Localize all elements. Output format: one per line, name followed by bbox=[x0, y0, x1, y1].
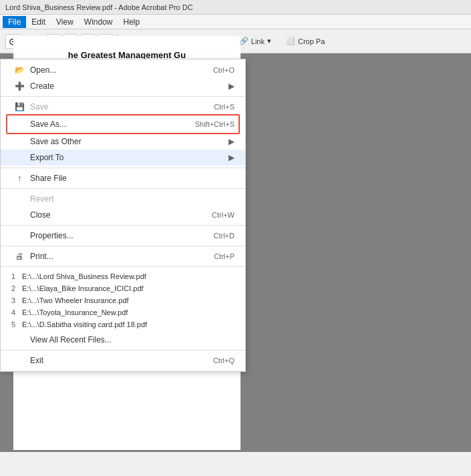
recent-file-4[interactable]: 4 E:\...\Toyota_Insurance_New.pdf bbox=[1, 306, 245, 318]
recent-files-list: 1 E:\...\Lord Shiva_Business Review.pdf … bbox=[1, 269, 245, 332]
recent-path-4: E:\...\Toyota_Insurance_New.pdf bbox=[22, 308, 128, 316]
menu-item-share[interactable]: ↑ Share File bbox=[1, 170, 245, 186]
close-shortcut: Ctrl+W bbox=[212, 211, 234, 219]
menu-window[interactable]: Window bbox=[79, 16, 118, 28]
recent-path-3: E:\...\Two Wheeler Insurance.pdf bbox=[22, 296, 129, 304]
recent-file-1[interactable]: 1 E:\...\Lord Shiva_Business Review.pdf bbox=[1, 270, 245, 282]
properties-shortcut: Ctrl+D bbox=[214, 232, 234, 240]
menu-item-exit[interactable]: Exit Ctrl+Q bbox=[1, 352, 245, 369]
create-label: Create bbox=[30, 81, 54, 91]
crop-btn[interactable]: ⬜ Crop Pa bbox=[281, 35, 330, 47]
save-other-label: Save as Other bbox=[30, 137, 82, 146]
main-area: ⊙ 1 / 2 ↖ ✋ ⊖ ⊕ T Add Text 🖼 Add Image bbox=[0, 29, 471, 452]
title-bar: Lord Shiva_Business Review.pdf - Adobe A… bbox=[0, 0, 471, 15]
sep5 bbox=[1, 246, 245, 246]
save-as-label: Save As... bbox=[30, 120, 66, 129]
title-bar-text: Lord Shiva_Business Review.pdf - Adobe A… bbox=[5, 3, 193, 11]
recent-file-2[interactable]: 2 E:\...\Elaya_Bike Insurance_ICICI.pdf bbox=[1, 282, 245, 294]
save-label: Save bbox=[30, 102, 48, 111]
export-arrow: ▶ bbox=[228, 153, 234, 162]
share-label: Share File bbox=[30, 174, 67, 183]
menu-item-revert[interactable]: Revert bbox=[1, 191, 245, 207]
open-icon: 📂 bbox=[11, 65, 27, 75]
close-label: Close bbox=[30, 210, 51, 220]
export-label: Export To bbox=[30, 153, 63, 162]
properties-label: Properties... bbox=[30, 231, 73, 240]
sep4 bbox=[1, 225, 245, 226]
recent-num-1: 1 bbox=[11, 272, 22, 280]
recent-num-4: 4 bbox=[11, 308, 22, 316]
sep1 bbox=[1, 96, 245, 97]
menu-item-open[interactable]: 📂 Open... Ctrl+O bbox=[1, 62, 245, 78]
recent-path-5: E:\...\D.Sabitha visiting card.pdf 18.pd… bbox=[22, 320, 147, 328]
menu-item-close[interactable]: Close Ctrl+W bbox=[1, 207, 245, 223]
print-shortcut: Ctrl+P bbox=[214, 252, 234, 260]
menu-item-export[interactable]: Export To ▶ bbox=[1, 150, 245, 166]
recent-num-3: 3 bbox=[11, 296, 22, 304]
recent-file-5[interactable]: 5 E:\...\D.Sabitha visiting card.pdf 18.… bbox=[1, 318, 245, 330]
exit-label: Exit bbox=[30, 356, 43, 365]
crop-label: Crop Pa bbox=[298, 37, 325, 45]
menu-item-create[interactable]: ➕ Create ▶ bbox=[1, 78, 245, 94]
print-icon: 🖨 bbox=[11, 252, 27, 261]
create-icon: ➕ bbox=[11, 81, 27, 91]
sep6 bbox=[1, 266, 245, 267]
recent-file-3[interactable]: 3 E:\...\Two Wheeler Insurance.pdf bbox=[1, 294, 245, 306]
link-label: Link bbox=[251, 37, 265, 45]
link-dropdown-icon: ▾ bbox=[267, 37, 271, 45]
save-shortcut: Ctrl+S bbox=[214, 103, 234, 111]
print-label: Print... bbox=[30, 252, 53, 261]
exit-shortcut: Ctrl+Q bbox=[213, 356, 234, 365]
menu-item-print[interactable]: 🖨 Print... Ctrl+P bbox=[1, 248, 245, 264]
view-all-label: View All Recent Files... bbox=[30, 335, 112, 344]
save-icon: 💾 bbox=[11, 102, 27, 111]
share-icon: ↑ bbox=[11, 174, 27, 183]
view-all-recent[interactable]: View All Recent Files... bbox=[1, 332, 245, 348]
recent-path-1: E:\...\Lord Shiva_Business Review.pdf bbox=[22, 272, 146, 280]
menu-edit[interactable]: Edit bbox=[26, 16, 51, 28]
menu-view[interactable]: View bbox=[51, 16, 79, 28]
menu-bar: File Edit View Window Help bbox=[0, 15, 471, 29]
revert-label: Revert bbox=[30, 194, 53, 204]
menu-file[interactable]: File bbox=[3, 16, 26, 28]
create-arrow: ▶ bbox=[228, 81, 234, 91]
file-dropdown-menu: 📂 Open... Ctrl+O ➕ Create ▶ 💾 Save Ctrl+… bbox=[0, 59, 246, 372]
menu-item-save[interactable]: 💾 Save Ctrl+S bbox=[1, 99, 245, 115]
sep2 bbox=[1, 168, 245, 168]
menu-item-save-as-other[interactable]: Save as Other ▶ bbox=[1, 134, 245, 150]
save-other-arrow: ▶ bbox=[228, 137, 234, 146]
open-shortcut: Ctrl+O bbox=[213, 66, 234, 74]
recent-num-5: 5 bbox=[11, 320, 22, 328]
save-as-shortcut: Shift+Ctrl+S bbox=[195, 120, 234, 128]
sep3 bbox=[1, 188, 245, 189]
sep7 bbox=[1, 350, 245, 350]
crop-icon: ⬜ bbox=[286, 37, 295, 45]
menu-item-properties[interactable]: Properties... Ctrl+D bbox=[1, 228, 245, 244]
recent-path-2: E:\...\Elaya_Bike Insurance_ICICI.pdf bbox=[22, 284, 144, 292]
open-label: Open... bbox=[30, 65, 56, 75]
menu-item-save-as[interactable]: Save As... Shift+Ctrl+S bbox=[11, 116, 234, 132]
menu-help[interactable]: Help bbox=[118, 16, 146, 28]
recent-num-2: 2 bbox=[11, 284, 22, 292]
save-as-box: Save As... Shift+Ctrl+S bbox=[6, 114, 240, 134]
